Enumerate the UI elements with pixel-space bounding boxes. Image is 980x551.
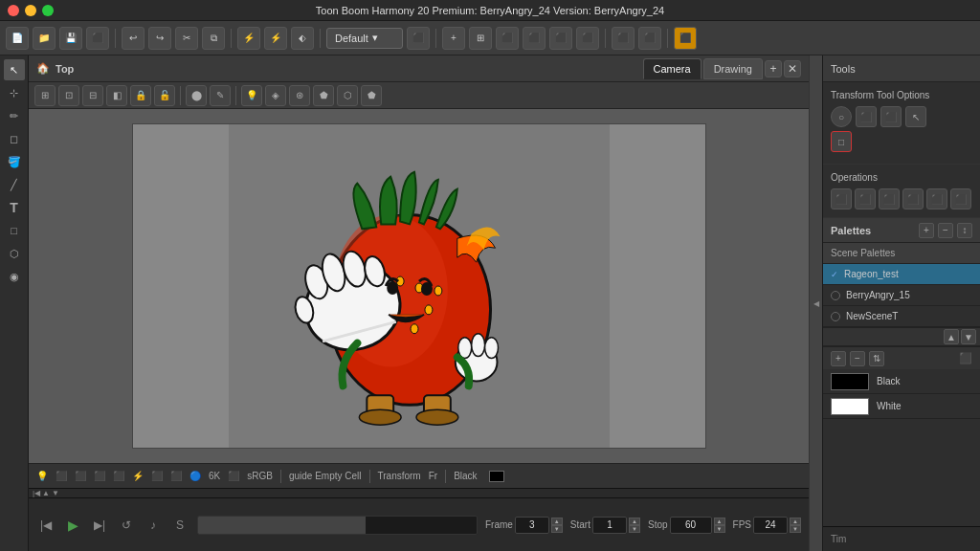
frame-input[interactable]: 3 bbox=[515, 517, 549, 534]
scroll-up-btn[interactable]: ▲ bbox=[944, 329, 959, 344]
close-view-button[interactable]: ✕ bbox=[784, 60, 801, 77]
go-end-button[interactable]: ▶| bbox=[90, 516, 109, 535]
contour-tool[interactable]: ⬡ bbox=[4, 243, 25, 264]
vp-misc-9[interactable]: ⬛ bbox=[228, 471, 239, 481]
misc-b[interactable]: ⬡ bbox=[337, 85, 358, 106]
add-color-btn[interactable]: + bbox=[831, 351, 846, 366]
lasso-tool-btn[interactable]: ○ bbox=[831, 106, 852, 127]
collapse-right-panel[interactable]: ◀ bbox=[809, 55, 822, 551]
red-rect-btn[interactable]: □ bbox=[831, 131, 852, 152]
light-table[interactable]: 💡 bbox=[241, 85, 262, 106]
palette-item-berryangry[interactable]: BerryAngry_15 bbox=[823, 285, 980, 306]
unlock-toggle[interactable]: 🔓 bbox=[154, 85, 175, 106]
overlay-toggle[interactable]: ⊡ bbox=[58, 85, 79, 106]
loop-button[interactable]: ↺ bbox=[117, 516, 136, 535]
snap-btn[interactable]: ⬛ bbox=[880, 106, 902, 127]
move-palette-btn[interactable]: ↕ bbox=[957, 223, 972, 238]
tools-3[interactable]: ⬖ bbox=[291, 27, 314, 50]
black-color-item[interactable]: Black bbox=[823, 369, 980, 394]
misc-2[interactable]: ⬛ bbox=[638, 27, 661, 50]
remove-color-btn[interactable]: − bbox=[850, 351, 865, 366]
select-tool[interactable]: ↖ bbox=[4, 59, 25, 80]
eraser-tool[interactable]: ◻ bbox=[4, 128, 25, 149]
play-button[interactable]: ▶ bbox=[63, 516, 82, 535]
stop-input[interactable]: 60 bbox=[670, 517, 712, 534]
op-btn-6[interactable]: ⬛ bbox=[950, 188, 971, 209]
fps-stepper[interactable]: ▲ ▼ bbox=[790, 518, 801, 533]
ruler-toggle[interactable]: ⊟ bbox=[82, 85, 103, 106]
nav-6[interactable]: ⬛ bbox=[576, 27, 599, 50]
transform-tool[interactable]: ⊹ bbox=[4, 82, 25, 103]
tools-2[interactable]: ⚡ bbox=[264, 27, 287, 50]
magnet-tool-btn[interactable]: ⬛ bbox=[856, 106, 877, 127]
cut-button[interactable]: ✂ bbox=[175, 27, 198, 50]
save-button[interactable]: 💾 bbox=[59, 27, 82, 50]
stop-stepper[interactable]: ▲ ▼ bbox=[714, 518, 725, 533]
scroll-down-btn[interactable]: ▼ bbox=[961, 329, 976, 344]
new-file-button[interactable]: 📄 bbox=[6, 27, 29, 50]
open-button[interactable]: 📁 bbox=[33, 27, 56, 50]
lock-toggle[interactable]: 🔒 bbox=[130, 85, 151, 106]
vp-misc-2[interactable]: ⬛ bbox=[75, 471, 86, 481]
white-color-item[interactable]: White bbox=[823, 394, 980, 419]
light-bulb[interactable]: 💡 bbox=[36, 471, 48, 481]
sound-button[interactable]: ♪ bbox=[144, 516, 163, 535]
stop-up[interactable]: ▲ bbox=[714, 518, 725, 525]
text-tool[interactable]: T bbox=[4, 197, 25, 218]
ws-btn-1[interactable]: ⬛ bbox=[407, 27, 430, 50]
undo-button[interactable]: ↩ bbox=[122, 27, 145, 50]
workspace-dropdown[interactable]: Default ▾ bbox=[326, 28, 403, 49]
paint-tool[interactable]: 🪣 bbox=[4, 151, 25, 172]
frame-stepper[interactable]: ▲ ▼ bbox=[551, 518, 563, 533]
cursor-btn[interactable]: ↖ bbox=[905, 106, 926, 127]
start-stepper[interactable]: ▲ ▼ bbox=[629, 518, 640, 533]
vp-misc-6[interactable]: ⬛ bbox=[151, 471, 163, 481]
fps-up[interactable]: ▲ bbox=[790, 518, 801, 525]
start-input[interactable]: 1 bbox=[592, 517, 627, 534]
add-view-button[interactable]: + bbox=[765, 60, 782, 77]
drawing-tab[interactable]: Drawing bbox=[703, 58, 763, 79]
misc-3[interactable]: ⬛ bbox=[674, 27, 697, 50]
palette-item-rageon[interactable]: ✓ Rageon_test bbox=[823, 264, 980, 285]
go-start-button[interactable]: |◀ bbox=[36, 516, 56, 535]
redo-button[interactable]: ↪ bbox=[148, 27, 171, 50]
link-color-btn[interactable]: ⇅ bbox=[869, 351, 884, 366]
vp-misc-3[interactable]: ⬛ bbox=[94, 471, 105, 481]
vp-misc-5[interactable]: ⚡ bbox=[132, 471, 144, 481]
op-btn-5[interactable]: ⬛ bbox=[926, 188, 947, 209]
vp-misc-4[interactable]: ⬛ bbox=[113, 471, 124, 481]
add-palette-btn[interactable]: + bbox=[919, 223, 934, 238]
stop-down[interactable]: ▼ bbox=[714, 525, 725, 533]
line-tool[interactable]: ╱ bbox=[4, 174, 25, 195]
vp-misc-1[interactable]: ⬛ bbox=[56, 471, 67, 481]
brush-tool[interactable]: ✏ bbox=[4, 105, 25, 126]
nav-2[interactable]: ⊞ bbox=[469, 27, 492, 50]
palette-misc[interactable]: ⬛ bbox=[959, 352, 972, 364]
nav-1[interactable]: + bbox=[442, 27, 465, 50]
frame-down[interactable]: ▼ bbox=[551, 525, 563, 533]
start-up[interactable]: ▲ bbox=[629, 518, 640, 525]
pin-btn[interactable]: ⊛ bbox=[289, 85, 310, 106]
onion-skin[interactable]: ◧ bbox=[106, 85, 127, 106]
nav-4[interactable]: ⬛ bbox=[523, 27, 546, 50]
frame-strip[interactable] bbox=[197, 516, 478, 535]
palette-item-newscene[interactable]: NewSceneT bbox=[823, 306, 980, 327]
onion-2[interactable]: ◈ bbox=[265, 85, 286, 106]
start-down[interactable]: ▼ bbox=[629, 525, 640, 533]
vp-misc-8[interactable]: 🔵 bbox=[189, 471, 201, 481]
op-btn-2[interactable]: ⬛ bbox=[855, 188, 876, 209]
frame-up[interactable]: ▲ bbox=[551, 518, 563, 525]
misc-a[interactable]: ⬟ bbox=[313, 85, 334, 106]
tools-1[interactable]: ⚡ bbox=[237, 27, 260, 50]
brush-btn[interactable]: ⬤ bbox=[186, 85, 207, 106]
remove-palette-btn[interactable]: − bbox=[938, 223, 953, 238]
rect-tool[interactable]: □ bbox=[4, 220, 25, 241]
vp-misc-7[interactable]: ⬛ bbox=[170, 471, 182, 481]
canvas-container[interactable] bbox=[29, 109, 809, 463]
fps-down[interactable]: ▼ bbox=[790, 525, 801, 533]
minimize-button[interactable] bbox=[25, 5, 36, 16]
nav-3[interactable]: ⬛ bbox=[496, 27, 519, 50]
pencil-btn[interactable]: ✎ bbox=[210, 85, 231, 106]
misc-1[interactable]: ⬛ bbox=[612, 27, 635, 50]
copy-button[interactable]: ⧉ bbox=[202, 27, 225, 50]
